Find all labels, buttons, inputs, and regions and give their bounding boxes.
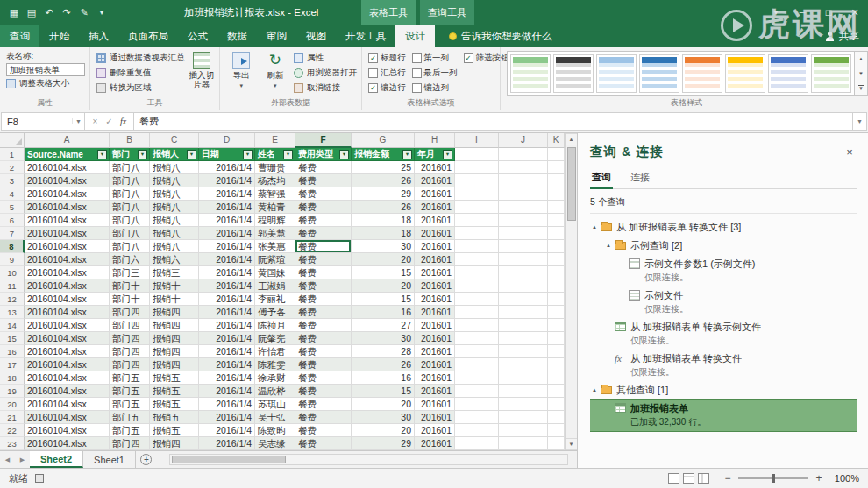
cell[interactable]: 黄柏青	[255, 201, 295, 214]
scrollbar-thumb[interactable]	[172, 456, 286, 463]
query-pane-tab[interactable]: 连接	[629, 169, 651, 188]
cell[interactable]: 25	[352, 161, 415, 174]
cell[interactable]: 报销四	[150, 345, 199, 358]
cell[interactable]: 201601	[415, 174, 455, 187]
row-header[interactable]: 1	[0, 148, 25, 161]
cell[interactable]: 20	[352, 279, 415, 293]
cell[interactable]: 28	[352, 345, 415, 358]
cell[interactable]: 吴士弘	[255, 411, 295, 424]
cell[interactable]: 报销三	[150, 266, 199, 279]
cell[interactable]: 部门四	[110, 306, 150, 319]
table-header-cell[interactable]: 费用类型	[295, 148, 352, 161]
cell[interactable]: 蔡智强	[255, 187, 295, 201]
ribbon-button[interactable]: 删除重复值	[96, 66, 185, 80]
row-header[interactable]: 20	[0, 398, 25, 411]
table-style-swatch[interactable]	[725, 54, 765, 93]
cell[interactable]: 报销六	[150, 253, 199, 266]
formula-bar-expand-icon[interactable]	[853, 112, 867, 131]
row-header[interactable]: 7	[0, 227, 25, 240]
cell[interactable]: 程明辉	[255, 214, 295, 227]
cell[interactable]: 阮肇宪	[255, 332, 295, 345]
cell[interactable]	[455, 214, 499, 227]
cell[interactable]: 李丽礼	[255, 293, 295, 306]
cell[interactable]: 2016/1/4	[199, 174, 255, 187]
cell[interactable]	[499, 385, 548, 398]
cell[interactable]: 餐费	[295, 424, 352, 437]
cell[interactable]: 201601	[415, 437, 455, 450]
cell[interactable]	[548, 385, 565, 398]
row-header[interactable]: 21	[0, 411, 25, 424]
style-option-checkbox[interactable]: 第一列	[412, 53, 458, 64]
cell[interactable]: 餐费	[295, 332, 352, 345]
cell[interactable]: 201601	[415, 253, 455, 266]
cell[interactable]: 餐费	[295, 371, 352, 385]
cell[interactable]: 部门四	[110, 345, 150, 358]
ribbon-tab[interactable]: 审阅	[257, 25, 296, 47]
filter-dropdown-icon[interactable]	[138, 150, 147, 159]
ribbon-tab[interactable]: 页面布局	[118, 25, 178, 47]
cell[interactable]: 20160104.xlsx	[25, 319, 110, 332]
cell[interactable]: 201601	[415, 266, 455, 279]
query-list-item[interactable]: 从 加班报销表单 转换示例文件 仅限连接。	[590, 318, 857, 350]
close-icon[interactable]	[842, 145, 857, 159]
cell[interactable]: 201601	[415, 187, 455, 201]
table-header-cell[interactable]: 年月	[415, 148, 455, 161]
ribbon-button[interactable]: 用浏览器打开	[294, 66, 357, 80]
cell[interactable]: 201601	[415, 214, 455, 227]
cell[interactable]	[548, 319, 565, 332]
column-header[interactable]: J	[499, 133, 548, 148]
page-break-view-icon[interactable]	[698, 473, 709, 484]
cell[interactable]: 20160104.xlsx	[25, 161, 110, 174]
table-style-swatch[interactable]	[768, 54, 808, 93]
checkbox-icon[interactable]	[412, 83, 422, 93]
cell[interactable]: 餐费	[295, 266, 352, 279]
checkbox-icon[interactable]	[412, 53, 422, 63]
cell[interactable]: 20160104.xlsx	[25, 201, 110, 214]
cell[interactable]: 餐费	[295, 358, 352, 371]
row-header[interactable]: 15	[0, 332, 25, 345]
cell[interactable]: 201601	[415, 319, 455, 332]
cell[interactable]	[455, 345, 499, 358]
cell[interactable]: 部门五	[110, 424, 150, 437]
checkbox-icon[interactable]: ✓	[368, 83, 378, 93]
quick-access-icon[interactable]	[5, 3, 23, 22]
table-style-swatch[interactable]	[811, 54, 851, 93]
sheet-nav-right-icon[interactable]	[15, 451, 30, 468]
cell[interactable]	[455, 187, 499, 201]
cell[interactable]: 30	[352, 411, 415, 424]
cell[interactable]: 陈致昀	[255, 424, 295, 437]
row-header[interactable]: 6	[0, 214, 25, 227]
cell[interactable]	[455, 332, 499, 345]
cell[interactable]: 报销四	[150, 306, 199, 319]
table-header-cell[interactable]: Source.Name	[25, 148, 110, 161]
cell[interactable]: 部门五	[110, 398, 150, 411]
cell[interactable]: 2016/1/4	[199, 161, 255, 174]
cell[interactable]: 201601	[415, 345, 455, 358]
name-box[interactable]: F8	[1, 112, 85, 131]
cell[interactable]	[499, 240, 548, 253]
expand-caret-icon[interactable]	[606, 239, 615, 248]
cell[interactable]: 2016/1/4	[199, 371, 255, 385]
ribbon-button[interactable]: 通过数据透视表汇总	[96, 51, 185, 65]
cell[interactable]: 2016/1/4	[199, 411, 255, 424]
cell[interactable]: 餐费	[295, 227, 352, 240]
cell[interactable]	[548, 424, 565, 437]
cell[interactable]: 报销五	[150, 411, 199, 424]
cell[interactable]: 曹珊贵	[255, 161, 295, 174]
cell[interactable]	[548, 161, 565, 174]
style-option-checkbox[interactable]: 最后一列	[412, 67, 458, 79]
cell[interactable]: 201601	[415, 358, 455, 371]
zoom-slider[interactable]	[738, 477, 808, 479]
cell[interactable]	[499, 411, 548, 424]
filter-dropdown-icon[interactable]	[402, 150, 412, 159]
cell[interactable]: 报销五	[150, 398, 199, 411]
row-header[interactable]: 4	[0, 187, 25, 201]
quick-access-icon[interactable]	[93, 3, 110, 22]
cell[interactable]	[499, 253, 548, 266]
cell[interactable]	[499, 161, 548, 174]
cell[interactable]	[455, 385, 499, 398]
cell[interactable]: 部门十	[110, 279, 150, 293]
cell[interactable]	[548, 293, 565, 306]
cell[interactable]: 2016/1/4	[199, 385, 255, 398]
cell[interactable]: 201601	[415, 371, 455, 385]
